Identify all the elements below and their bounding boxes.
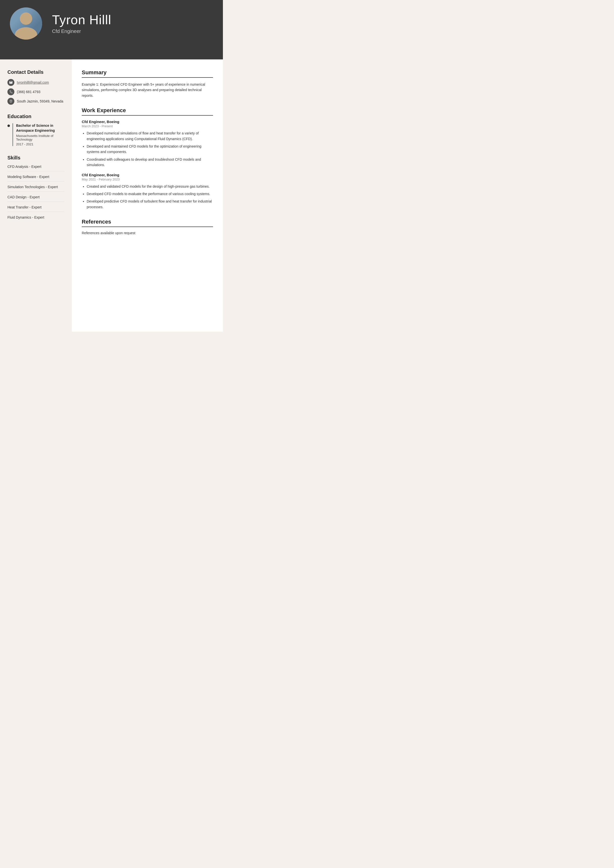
job-bullet-1-0: Created and validated CFD models for the… (87, 184, 213, 189)
job-title-0: Cfd Engineer, Boeing (82, 119, 213, 124)
skill-item-0: CFD Analysis - Expert (8, 164, 64, 171)
job-bullet-1-1: Developed CFD models to evaluate the per… (87, 191, 213, 197)
candidate-title: Cfd Engineer (52, 28, 111, 34)
contact-title: Contact Details (8, 69, 64, 75)
job-bullet-1-2: Developed predictive CFD models of turbu… (87, 198, 213, 210)
job-bullets-1: Created and validated CFD models for the… (87, 184, 213, 210)
job-bullets-0: Developed numerical simulations of flow … (87, 130, 213, 167)
job-entry-0: Cfd Engineer, Boeing March 2023 - Presen… (82, 119, 213, 167)
skill-item-1: Modeling Software - Expert (8, 175, 64, 181)
resume-header: Tyron Hilll Cfd Engineer (0, 0, 223, 47)
education-school: Massachusetts Institute of Technology (16, 134, 64, 141)
work-experience-title: Work Experience (82, 107, 213, 116)
main-layout: Contact Details tyronhilll@gmail.com (36… (0, 59, 223, 332)
education-years: 2017 - 2021 (16, 143, 64, 146)
contact-email-item: tyronhilll@gmail.com (8, 79, 64, 86)
email-icon (8, 79, 14, 86)
work-experience-section: Work Experience Cfd Engineer, Boeing Mar… (82, 107, 213, 210)
education-content: Bachelor of Science in Aerospace Enginee… (12, 123, 64, 146)
job-entry-1: Cfd Engineer, Boeing May 2021 - February… (82, 173, 213, 210)
main-content: Summary Example 1: Experienced CFD Engin… (72, 59, 223, 332)
education-bullet (8, 124, 10, 127)
skill-item-5: Fluid Dynamics - Expert (8, 215, 64, 222)
email-value[interactable]: tyronhilll@gmail.com (17, 81, 49, 84)
skills-title: Skills (8, 155, 64, 161)
contact-section: Contact Details tyronhilll@gmail.com (36… (8, 69, 64, 105)
skill-item-4: Heat Transfer - Expert (8, 205, 64, 212)
phone-value: (366) 681 4793 (17, 90, 40, 94)
job-bullet-0-0: Developed numerical simulations of flow … (87, 130, 213, 142)
header-info: Tyron Hilll Cfd Engineer (52, 13, 111, 34)
skill-item-3: CAD Design - Expert (8, 195, 64, 202)
summary-text: Example 1: Experienced CFD Engineer with… (82, 82, 213, 98)
location-icon (8, 98, 14, 105)
phone-icon (8, 88, 14, 95)
education-degree: Bachelor of Science in Aerospace Enginee… (16, 123, 64, 133)
references-section: References References available upon req… (82, 219, 213, 235)
contact-location-item: South Jazmin, 59349, Nevada (8, 98, 64, 105)
education-item: Bachelor of Science in Aerospace Enginee… (8, 123, 64, 146)
svg-point-1 (11, 101, 11, 101)
education-title: Education (8, 114, 64, 119)
summary-title: Summary (82, 69, 213, 78)
job-bullet-0-1: Developed and maintained CFD models for … (87, 144, 213, 155)
header-chevron (0, 47, 223, 59)
skill-item-2: Simulation Technologies - Expert (8, 185, 64, 192)
summary-section: Summary Example 1: Experienced CFD Engin… (82, 69, 213, 98)
references-title: References (82, 219, 213, 227)
job-dates-1: May 2021 - February 2023 (82, 178, 213, 181)
job-title-1: Cfd Engineer, Boeing (82, 173, 213, 177)
sidebar: Contact Details tyronhilll@gmail.com (36… (0, 59, 72, 332)
references-text: References available upon request (82, 231, 213, 235)
contact-phone-item: (366) 681 4793 (8, 88, 64, 95)
skills-section: Skills CFD Analysis - Expert Modeling So… (8, 155, 64, 222)
candidate-name: Tyron Hilll (52, 13, 111, 27)
education-section: Education Bachelor of Science in Aerospa… (8, 114, 64, 146)
job-dates-0: March 2023 - Present (82, 124, 213, 128)
job-bullet-0-2: Coordinated with colleagues to develop a… (87, 157, 213, 168)
avatar (10, 8, 42, 40)
location-value: South Jazmin, 59349, Nevada (17, 99, 64, 103)
